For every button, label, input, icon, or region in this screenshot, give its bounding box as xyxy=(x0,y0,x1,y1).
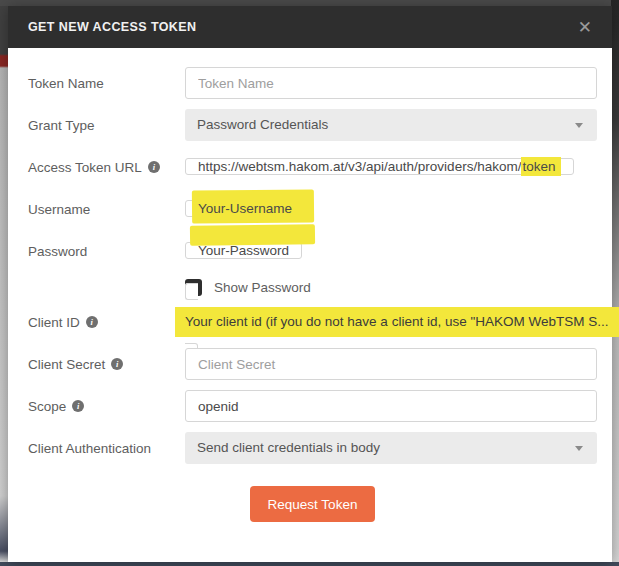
grant-type-label: Grant Type xyxy=(28,118,185,133)
username-row: Username Your-Username xyxy=(28,193,597,225)
info-icon: i xyxy=(86,316,98,328)
username-label: Username xyxy=(28,202,185,217)
dialog-title: GET NEW ACCESS TOKEN xyxy=(28,20,196,34)
client-authentication-label: Client Authentication xyxy=(28,441,185,456)
password-row: Password Your-Password xyxy=(28,235,597,267)
get-new-access-token-dialog: GET NEW ACCESS TOKEN ✕ Token Name Grant … xyxy=(8,6,612,562)
access-token-url-row: Access Token URL i https://webtsm.hakom.… xyxy=(28,151,597,183)
password-value-highlighted: Your-Password xyxy=(198,242,289,259)
backdrop-left-strip xyxy=(0,6,8,562)
scope-row: Scope i xyxy=(28,390,597,422)
client-authentication-select[interactable]: Send client credentials in body xyxy=(185,432,597,464)
client-secret-row: Client Secret i xyxy=(28,348,597,380)
username-value-highlighted: Your-Username xyxy=(198,200,292,217)
password-label: Password xyxy=(28,244,185,259)
chevron-down-icon xyxy=(575,123,583,128)
dialog-body: Token Name Grant Type Password Credentia… xyxy=(8,48,612,562)
access-token-url-highlight: token xyxy=(521,158,561,175)
backdrop-right-strip xyxy=(611,0,619,566)
client-id-value-highlighted: Your client id (if you do not have a cli… xyxy=(185,307,609,337)
footer-button-row: Request Token xyxy=(28,486,597,522)
access-token-url-value: https://webtsm.hakom.at/v3/api/auth/prov… xyxy=(198,159,521,174)
token-name-input[interactable] xyxy=(185,67,597,99)
request-token-button[interactable]: Request Token xyxy=(250,486,376,522)
scope-input[interactable] xyxy=(185,390,597,422)
grant-type-row: Grant Type Password Credentials xyxy=(28,109,597,141)
client-authentication-row: Client Authentication Send client creden… xyxy=(28,432,597,464)
client-id-row: Client ID i Your client id (if you do no… xyxy=(28,306,597,338)
token-name-label: Token Name xyxy=(28,76,185,91)
token-name-row: Token Name xyxy=(28,67,597,99)
password-input[interactable]: Your-Password xyxy=(185,242,302,259)
client-secret-input[interactable] xyxy=(185,348,597,380)
grant-type-value: Password Credentials xyxy=(197,110,328,140)
client-secret-label: Client Secret i xyxy=(28,357,185,372)
info-icon: i xyxy=(111,358,123,370)
username-input[interactable]: Your-Username xyxy=(185,200,305,217)
scope-label: Scope i xyxy=(28,399,185,414)
info-icon: i xyxy=(148,161,160,173)
chevron-down-icon xyxy=(575,446,583,451)
access-token-url-input[interactable]: https://webtsm.hakom.at/v3/api/auth/prov… xyxy=(185,158,574,175)
client-id-label: Client ID i xyxy=(28,315,185,330)
info-icon: i xyxy=(72,400,84,412)
client-authentication-value: Send client credentials in body xyxy=(197,433,380,463)
access-token-url-label: Access Token URL i xyxy=(28,160,185,175)
dialog-header: GET NEW ACCESS TOKEN ✕ xyxy=(8,6,612,48)
close-icon[interactable]: ✕ xyxy=(576,17,594,38)
backdrop-bottom-strip xyxy=(0,562,619,566)
grant-type-select[interactable]: Password Credentials xyxy=(185,109,597,141)
